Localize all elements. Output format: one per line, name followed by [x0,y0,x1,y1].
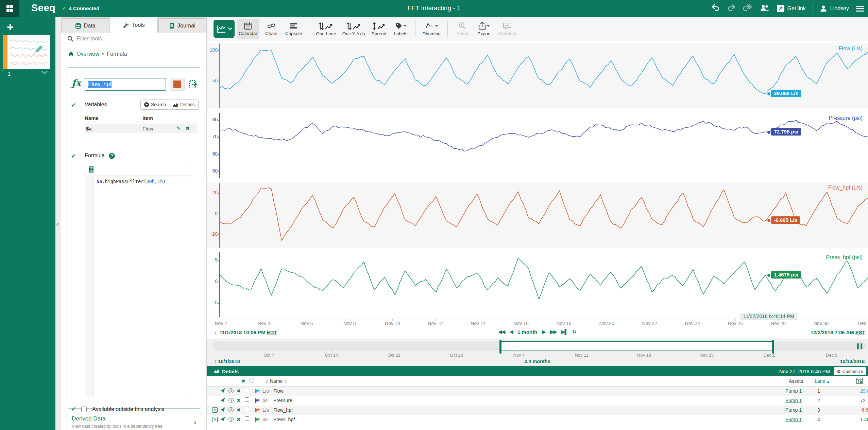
toolbar-zoom[interactable]: Zoom [453,19,472,39]
lane-column-header[interactable]: Lane ▲ [815,378,830,384]
toolbar-labels[interactable]: Labels [391,19,410,39]
color-swatch-button[interactable] [170,78,185,91]
slider-tick-label: Oct 7 [263,353,274,358]
toolbar-capsule[interactable]: Capsule [283,19,304,39]
seeq-logo[interactable]: Seeq [31,2,55,14]
details-row-pressure[interactable]: i✖psiPressurePump 1272.798 [207,396,868,406]
toolbar-annotate[interactable]: Annotate [496,19,518,39]
toolbar-one-lane[interactable]: One Lane [314,19,338,39]
get-link-button[interactable]: Get link [777,4,806,13]
send-icon[interactable] [220,417,225,423]
refresh-icon[interactable]: ↻ [572,329,577,335]
formula-help-icon[interactable]: ? [109,153,115,159]
filter-tools-search[interactable]: Filter tools... [61,33,206,46]
row-asset-link[interactable]: Pump 1 [785,388,802,394]
home-grid-button[interactable] [0,0,19,17]
row-checkbox[interactable] [245,416,249,422]
step-back-fast-button[interactable]: ◀◀ [498,329,505,335]
toolbar-dimming[interactable]: Dimming [420,19,442,39]
breadcrumb-overview[interactable]: Overview [76,51,99,57]
variables-details-button[interactable]: Details [169,100,199,110]
view-type-dropdown[interactable] [214,20,235,38]
send-icon[interactable] [220,398,225,404]
name-header: Name [85,115,142,121]
toolbar-one-y-axis[interactable]: One Y-Axis [340,19,367,39]
available-outside-checkbox[interactable] [81,407,87,412]
details-row-flow[interactable]: i✖L/sFlowPump 1129.068 [207,387,868,396]
share-box-icon [777,4,785,13]
info-icon[interactable]: i [228,417,234,422]
redo-button[interactable] [727,4,736,13]
timezone-end[interactable]: EST [855,329,865,335]
row-name[interactable]: Press_hpf [273,417,295,422]
step-forward-fast-button[interactable]: ▶▶ [550,329,557,335]
remove-all-icon[interactable]: ✖ [241,378,245,384]
y-tick-label: 0 [207,279,218,284]
select-all-checkbox[interactable] [250,378,254,383]
range-end[interactable]: 12/2/2018 7:06 AM EST [811,329,865,335]
info-icon[interactable]: i [228,388,234,393]
hamburger-menu[interactable] [856,4,864,13]
home-icon[interactable] [68,51,74,57]
open-in-new-icon[interactable] [189,80,198,89]
toolbar-export[interactable]: Export [474,19,494,39]
customize-button[interactable]: ⚙Customize [834,367,866,375]
derived-data-card[interactable]: Derived Data View data created by tools … [67,413,201,430]
remove-icon[interactable]: ✖ [237,407,241,413]
table-options-icon[interactable] [856,378,863,384]
row-asset-link[interactable]: Pump 1 [785,417,802,422]
row-checkbox[interactable] [245,388,249,393]
document-lines-icon[interactable] [88,166,95,173]
code-area[interactable]: $a.highPassFilter(30h,1h) [85,176,192,397]
undo-button[interactable] [711,4,720,13]
info-icon[interactable]: i [228,407,234,412]
details-row-press_hpf[interactable]: ✎i✖psiPress_hpfPump 141.4675 [207,415,868,425]
step-size-label[interactable]: 1 month [517,329,537,335]
toolbar-chain[interactable]: Chain [261,19,281,39]
details-row-flow_hpf[interactable]: ✎i✖L/sFlow_hpfPump 13-6.665 [207,406,868,415]
worksheet-chevron-icon[interactable] [41,70,48,76]
send-icon[interactable] [220,388,225,394]
row-name[interactable]: Flow [273,388,284,394]
signal-icon [255,408,260,414]
tab-tools[interactable]: Tools [110,17,157,33]
formula-editor[interactable]: $a.highPassFilter(30h,1h) [85,163,192,397]
connection-status[interactable]: ✔ 4 Connected [62,5,99,12]
step-back-button[interactable]: ◀ [509,329,513,335]
user-menu[interactable]: Lindsey [820,5,849,12]
tab-data[interactable]: Data [62,18,109,33]
users-icon[interactable] [760,4,770,13]
row-name[interactable]: Flow_hpf [273,407,293,413]
row-unit: psi [262,417,269,422]
row-asset-link[interactable]: Pump 1 [785,407,802,413]
row-asset-link[interactable]: Pump 1 [785,398,802,403]
x-tick-label: Dec 2 [858,321,868,326]
tab-journal[interactable]: Journal [158,18,206,33]
toolbar-spread[interactable]: Spread [369,19,389,39]
row-name[interactable]: Pressure [273,398,292,403]
step-forward-button[interactable]: ▶ [542,329,545,335]
edit-tool-icon[interactable]: ✎ [212,407,218,413]
worksheet-strip: + 1 [0,17,55,430]
remove-variable-icon[interactable]: ✖ [186,125,190,131]
remove-icon[interactable]: ✖ [237,388,241,394]
info-icon[interactable]: i [228,398,234,403]
name-column-header[interactable]: Name [264,378,289,384]
assets-column-header[interactable]: Assets [789,378,803,384]
edit-variable-icon[interactable]: ✎ [176,125,181,131]
formula-name-input[interactable]: Flow_hpf [85,78,166,91]
edit-tool-icon[interactable]: ✎ [212,417,218,422]
toolbar-calendar[interactable]: Calendar [237,19,259,39]
remove-icon[interactable]: ✖ [237,417,241,422]
send-icon[interactable] [220,407,225,413]
collapse-left-handle[interactable]: « [56,221,58,228]
add-worksheet-button[interactable]: + [7,21,14,33]
row-checkbox[interactable] [245,407,249,412]
redo-all-button[interactable] [743,4,753,13]
worksheet-thumbnail[interactable] [7,35,50,69]
x-tick-label: Nov 8 [343,321,356,326]
row-checkbox[interactable] [245,397,249,403]
step-to-end-button[interactable]: ▶▌ [561,329,567,335]
variables-search-button[interactable]: +Search [140,100,170,110]
remove-icon[interactable]: ✖ [237,398,241,403]
